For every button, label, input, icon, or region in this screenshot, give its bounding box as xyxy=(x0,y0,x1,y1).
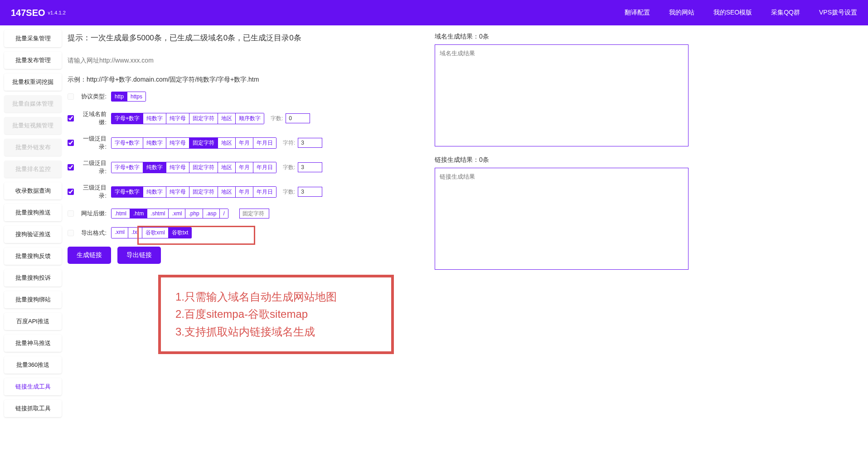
tag-option[interactable]: 固定字符 xyxy=(189,187,218,197)
domain-result-title: 域名生成结果：0条 xyxy=(435,33,689,41)
tag-option[interactable]: / xyxy=(220,209,228,218)
nav-link[interactable]: 我的网站 xyxy=(669,9,694,17)
tag-option[interactable]: .xml xyxy=(169,209,185,218)
tag-option[interactable]: .php xyxy=(185,209,203,218)
domain-result-box[interactable] xyxy=(435,44,689,146)
row-label: 导出格式: xyxy=(77,229,107,237)
sidebar-item[interactable]: 批量搜狗推送 xyxy=(4,204,62,221)
tag-option[interactable]: 地区 xyxy=(218,187,236,197)
sidebar-item[interactable]: 链接生成工具 xyxy=(4,378,62,395)
info-line: 2.百度sitempa-谷歌sitemap xyxy=(175,306,377,323)
tag-option[interactable]: 年月 xyxy=(236,187,253,197)
tag-option[interactable]: 固定字符 xyxy=(189,113,218,124)
tag-option[interactable]: 纯字母 xyxy=(166,138,189,148)
sidebar-item[interactable]: 批量360推送 xyxy=(4,356,62,374)
nav-link[interactable]: 采集QQ群 xyxy=(771,9,800,17)
option-row-prefix: 泛域名前缀:字母+数字纯数字纯字母固定字符地区顺序数字字数: xyxy=(68,110,421,126)
tag-option[interactable]: 年月 xyxy=(236,138,253,148)
tag-option[interactable]: 字母+数字 xyxy=(112,187,143,197)
row-checkbox[interactable] xyxy=(68,164,74,170)
nav-link[interactable]: VPS拨号设置 xyxy=(819,9,857,17)
sidebar-item[interactable]: 批量搜狗反馈 xyxy=(4,248,62,265)
sidebar-item[interactable]: 搜狗验证推送 xyxy=(4,226,62,243)
tag-option[interactable]: .htm xyxy=(130,209,147,218)
sidebar-item[interactable]: 收录数据查询 xyxy=(4,182,62,199)
row-label: 网址后缀: xyxy=(77,209,107,218)
tag-option[interactable]: 固定字符 xyxy=(189,138,218,148)
url-input[interactable] xyxy=(68,57,421,64)
tag-option[interactable]: .asp xyxy=(203,209,220,218)
tag-option[interactable]: 纯数字 xyxy=(143,162,166,173)
count-label: 字符: xyxy=(283,139,295,147)
link-result-title: 链接生成结果：0条 xyxy=(435,156,689,164)
tag-option[interactable]: 固定字符 xyxy=(189,162,218,173)
count-label: 字数: xyxy=(283,188,295,196)
row-checkbox[interactable] xyxy=(68,93,74,100)
suffix-input[interactable] xyxy=(239,209,269,219)
sidebar-item[interactable]: 链接抓取工具 xyxy=(4,400,62,417)
tag-option[interactable]: .html xyxy=(112,209,130,218)
row-checkbox[interactable] xyxy=(68,140,74,146)
tag-option[interactable]: 纯数字 xyxy=(143,138,166,148)
tag-option[interactable]: 纯数字 xyxy=(143,113,166,124)
tag-group: 字母+数字纯数字纯字母固定字符地区年月年月日 xyxy=(111,137,276,149)
row-checkbox[interactable] xyxy=(68,210,74,217)
tag-option[interactable]: 纯字母 xyxy=(166,187,189,197)
nav-link[interactable]: 翻译配置 xyxy=(625,9,650,17)
tag-option[interactable]: 纯数字 xyxy=(143,187,166,197)
count-input[interactable] xyxy=(298,162,322,172)
tag-option[interactable]: 顺序数字 xyxy=(236,113,264,124)
count-label: 字数: xyxy=(283,164,295,171)
tag-option[interactable]: 年月日 xyxy=(253,187,276,197)
link-result-box[interactable] xyxy=(435,168,689,270)
tag-option[interactable]: .shtml xyxy=(147,209,169,218)
row-checkbox[interactable] xyxy=(68,230,74,236)
option-row-dir2: 二级泛目录:字母+数字纯数字纯字母固定字符地区年月年月日字数: xyxy=(68,159,421,175)
option-row-export: 导出格式:.xml.txt谷歌xml谷歌txt xyxy=(68,227,421,238)
tag-option[interactable]: .txt xyxy=(128,228,142,238)
sidebar-item[interactable]: 批量搜狗投诉 xyxy=(4,269,62,287)
tag-option[interactable]: 年月 xyxy=(236,162,253,173)
nav-link[interactable]: 我的SEO模版 xyxy=(713,9,752,17)
count-input[interactable] xyxy=(298,138,322,148)
tag-option[interactable]: 纯字母 xyxy=(166,162,189,173)
sidebar-item[interactable]: 批量搜狗绑站 xyxy=(4,291,62,308)
tag-option[interactable]: .xml xyxy=(112,228,128,238)
row-checkbox[interactable] xyxy=(68,115,74,122)
tag-option[interactable]: 地区 xyxy=(218,138,236,148)
tag-option[interactable]: 谷歌txt xyxy=(169,228,192,238)
app-logo: 147SEO xyxy=(11,8,45,18)
tag-option[interactable]: 字母+数字 xyxy=(112,162,143,173)
tag-option[interactable]: 年月日 xyxy=(253,162,276,173)
sidebar-item[interactable]: 批量权重词挖掘 xyxy=(4,73,62,91)
tag-option[interactable]: http xyxy=(112,92,127,101)
info-annotation-box: 1.只需输入域名自动生成网站地图 2.百度sitempa-谷歌sitemap 3… xyxy=(158,275,394,354)
sidebar-item[interactable]: 批量神马推送 xyxy=(4,335,62,352)
tag-group: httphttps xyxy=(111,92,146,102)
tag-option[interactable]: 字母+数字 xyxy=(112,138,143,148)
count-input[interactable] xyxy=(286,113,310,123)
sidebar: 批量采集管理批量发布管理批量权重词挖掘批量自媒体管理批量短视频管理批量外链发布批… xyxy=(0,25,66,426)
count-label: 字数: xyxy=(271,115,283,122)
tag-option[interactable]: 年月日 xyxy=(253,138,276,148)
tag-option[interactable]: 地区 xyxy=(218,113,236,124)
row-label: 泛域名前缀: xyxy=(77,110,107,126)
tag-option[interactable]: 字母+数字 xyxy=(112,113,143,124)
option-row-protocol: 协议类型:httphttps xyxy=(68,91,421,102)
tag-group: .xml.txt谷歌xml谷歌txt xyxy=(111,227,192,238)
tag-option[interactable]: https xyxy=(127,92,145,101)
sidebar-item[interactable]: 批量采集管理 xyxy=(4,30,62,47)
sidebar-item: 批量外链发布 xyxy=(4,139,62,156)
export-links-button[interactable]: 导出链接 xyxy=(117,247,161,264)
generate-links-button[interactable]: 生成链接 xyxy=(68,247,111,264)
tag-option[interactable]: 地区 xyxy=(218,162,236,173)
sidebar-item: 批量排名监控 xyxy=(4,160,62,178)
sidebar-item[interactable]: 批量发布管理 xyxy=(4,52,62,69)
row-label: 一级泛目录: xyxy=(77,135,107,151)
sidebar-item: 批量短视频管理 xyxy=(4,117,62,134)
row-checkbox[interactable] xyxy=(68,189,74,195)
sidebar-item[interactable]: 百度API推送 xyxy=(4,313,62,330)
tag-option[interactable]: 纯字母 xyxy=(166,113,189,124)
tag-option[interactable]: 谷歌xml xyxy=(142,228,169,238)
count-input[interactable] xyxy=(298,187,322,197)
